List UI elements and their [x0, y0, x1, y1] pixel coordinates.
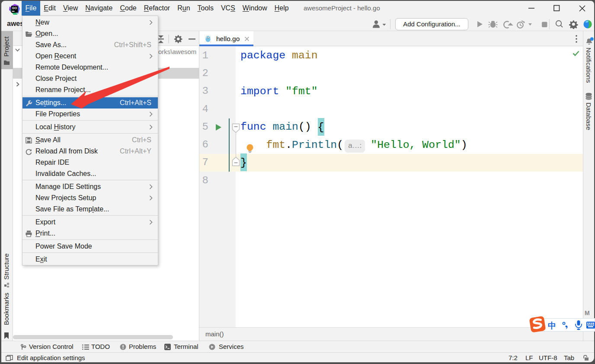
- svg-text:GO: GO: [12, 6, 17, 10]
